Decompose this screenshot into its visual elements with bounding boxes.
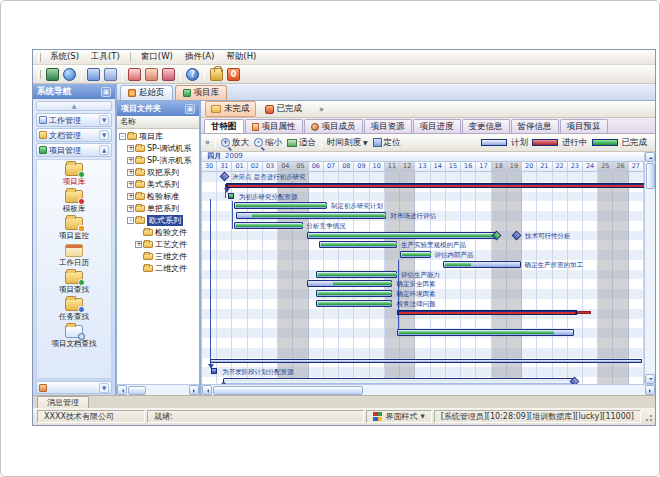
zoom-out-button[interactable]: -缩小 <box>254 137 282 149</box>
collapse-icon[interactable]: - <box>127 217 134 224</box>
task-marker[interactable] <box>211 368 217 374</box>
menu-item-2[interactable]: 工具(T) <box>85 50 126 64</box>
tree-node-工艺文件[interactable]: +工艺文件 <box>117 238 199 250</box>
task-bar[interactable] <box>307 280 392 287</box>
chevron-down-icon[interactable]: ▼ <box>99 130 109 140</box>
task-bar[interactable] <box>316 271 397 278</box>
scroll-right-icon[interactable] <box>645 385 655 395</box>
lock-icon[interactable] <box>210 68 223 81</box>
sidebar-item-模板库[interactable]: 模板库 <box>37 190 111 214</box>
task-bar[interactable] <box>234 222 303 229</box>
tab-暂停信息[interactable]: 暂停信息 <box>511 119 559 133</box>
chart-horizontal-scrollbar[interactable] <box>202 384 655 395</box>
tab-项目预算[interactable]: 项目预算 <box>560 119 608 133</box>
tree-node-项目库[interactable]: -项目库 <box>117 130 199 142</box>
menu-item-5[interactable]: 帮助(H) <box>220 50 262 64</box>
sidebar-item-项目监控[interactable]: 项目监控 <box>37 217 111 241</box>
nav-section-文档管理[interactable]: 文档管理▼ <box>36 128 112 142</box>
task-bar[interactable] <box>307 232 496 239</box>
mail-icon[interactable] <box>128 68 141 81</box>
chart-vertical-scrollbar[interactable] <box>644 152 655 384</box>
expand-icon[interactable]: + <box>127 193 134 200</box>
scroll-right-icon[interactable] <box>189 385 199 395</box>
expand-icon[interactable]: + <box>127 181 134 188</box>
sidebar-item-工作日历[interactable]: 工作日历 <box>37 244 111 268</box>
tab-项目进度[interactable]: 项目进度 <box>413 119 461 133</box>
tab-变更信息[interactable]: 变更信息 <box>462 119 510 133</box>
globe-icon[interactable] <box>63 68 76 81</box>
expand-icon[interactable]: + <box>127 205 134 212</box>
nav-section-项目管理[interactable]: 项目管理▲ <box>36 143 112 157</box>
toolbar-overflow-chevron[interactable]: » <box>205 138 210 147</box>
filter-button-未完成[interactable]: 未完成 <box>205 101 256 117</box>
summary-bar[interactable] <box>226 183 644 188</box>
task-bar[interactable] <box>400 251 430 258</box>
menu-item-1[interactable]: 系统(S) <box>44 50 85 64</box>
resize-grip[interactable] <box>643 412 653 422</box>
mail-search-icon[interactable] <box>145 68 158 81</box>
ui-style-button[interactable]: 界面样式 ▼ <box>366 410 431 423</box>
expand-icon[interactable]: + <box>127 145 134 152</box>
scroll-left-icon[interactable] <box>202 385 212 395</box>
help-icon[interactable]: ? <box>186 68 199 81</box>
gantt-chart[interactable]: 四月2009 303101020304050607080910111213141… <box>202 152 644 384</box>
tab-message-management[interactable]: 消息管理 <box>37 396 89 408</box>
scroll-thumb[interactable] <box>213 386 363 395</box>
menu-item-3[interactable]: 窗口(W) <box>135 50 179 64</box>
sidebar-item-任务查找[interactable]: 任务查找 <box>37 298 111 322</box>
scroll-down-icon[interactable] <box>645 374 655 384</box>
tree-node-SP-调试机系[interactable]: +SP-调试机系 <box>117 142 199 154</box>
tab-项目资源[interactable]: 项目资源 <box>364 119 412 133</box>
tree-node-单把系列[interactable]: +单把系列 <box>117 202 199 214</box>
collapse-icon[interactable]: - <box>119 133 126 140</box>
task-marker[interactable] <box>228 193 234 199</box>
tree-column-header[interactable]: 名称 <box>117 116 199 129</box>
summary-bar[interactable] <box>397 310 577 315</box>
task-bar[interactable] <box>319 241 397 248</box>
power-icon[interactable]: 0 <box>227 68 240 81</box>
folder-open-icon[interactable] <box>87 68 100 81</box>
tree-node-三维文件[interactable]: 三维文件 <box>117 250 199 262</box>
pin-icon[interactable]: ▣ <box>185 104 195 114</box>
expand-icon[interactable]: + <box>127 157 134 164</box>
tree-node-SP-演示机系[interactable]: +SP-演示机系 <box>117 154 199 166</box>
expand-icon[interactable]: + <box>135 241 142 248</box>
tree-node-双把系列[interactable]: +双把系列 <box>117 166 199 178</box>
tree-node-二维文件[interactable]: 二维文件 <box>117 262 199 274</box>
nav-collapse-button[interactable]: ▲ <box>36 101 112 111</box>
tab-甘特图[interactable]: 甘特图 <box>204 119 244 133</box>
tree-node-检验文件[interactable]: 检验文件 <box>117 226 199 238</box>
tab-项目成员[interactable]: 项目成员 <box>304 119 363 133</box>
sidebar-item-项目库[interactable]: 项目库 <box>37 163 111 187</box>
scroll-up-icon[interactable] <box>645 152 655 162</box>
chevron-up-icon[interactable]: ▲ <box>99 145 109 155</box>
task-bar[interactable] <box>210 359 643 363</box>
task-bar[interactable] <box>316 300 392 307</box>
time-scale-dropdown[interactable]: 时间刻度▼ <box>327 137 368 149</box>
sidebar-item-项目查找[interactable]: 项目查找 <box>37 271 111 295</box>
nav-section-工作管理[interactable]: 工作管理▼ <box>36 113 112 127</box>
filter-button-已完成[interactable]: 已完成 <box>259 101 309 117</box>
chevron-down-icon[interactable]: ▼ <box>99 115 109 125</box>
menu-item-4[interactable]: 插件(A) <box>179 50 220 64</box>
tab-项目属性[interactable]: 项目属性 <box>245 119 303 133</box>
fit-button[interactable]: 适合 <box>287 137 316 149</box>
task-bar[interactable] <box>223 378 574 384</box>
expand-icon[interactable]: + <box>127 169 134 176</box>
task-bar[interactable] <box>316 290 392 297</box>
zoom-in-button[interactable]: +放大 <box>221 137 249 149</box>
task-bar[interactable] <box>236 212 387 219</box>
sidebar-item-项目文档查找[interactable]: 项目文档查找 <box>37 325 111 349</box>
scroll-thumb[interactable] <box>646 163 655 189</box>
tree-node-欧式系列[interactable]: -欧式系列 <box>117 214 199 226</box>
scroll-left-icon[interactable] <box>117 385 127 395</box>
nav-bottom-section[interactable]: ▼ <box>36 381 112 394</box>
pin-icon[interactable]: ▣ <box>101 87 111 97</box>
tree-node-检验标准[interactable]: +检验标准 <box>117 190 199 202</box>
locate-button[interactable]: 定位 <box>373 137 401 149</box>
tab-项目库[interactable]: 项目库 <box>175 85 228 100</box>
task-bar[interactable] <box>234 202 327 209</box>
tab-起始页[interactable]: 起始页 <box>120 85 173 100</box>
tree-node-美式系列[interactable]: +美式系列 <box>117 178 199 190</box>
milestone-marker[interactable] <box>220 172 230 182</box>
